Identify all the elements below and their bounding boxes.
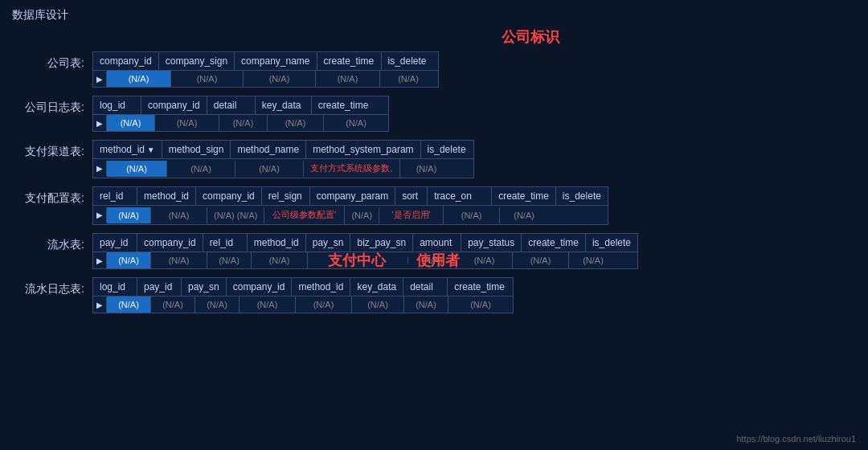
body-col-8: (N/A) (500, 207, 548, 223)
col-pay-id: pay_id (137, 278, 182, 296)
body-col-0: (N/A) (107, 71, 171, 87)
body-col-5: (N/A) (352, 297, 404, 313)
payment-config-table: rel_id method_id company_id rel_sign com… (92, 186, 608, 225)
payment-channel-label: 支付渠道表: (12, 140, 92, 159)
body-col-3: (N/A) (316, 71, 380, 87)
flow-log-table: log_id pay_id pay_sn company_id method_i… (92, 277, 514, 313)
col-company-id: company_id (93, 52, 159, 70)
col-create-time: create_time (492, 187, 556, 205)
row-arrow: ▶ (93, 72, 107, 87)
col-pay-sn: pay_sn (182, 278, 227, 296)
col-key-data: key_data (350, 278, 403, 296)
col-method-id: method_id (93, 141, 162, 158)
payment-config-label: 支付配置表: (12, 186, 92, 206)
col-is-delete: is_delete (421, 141, 473, 158)
col-is-delete: is_delete (586, 234, 637, 252)
company-label: 公司标识 (193, 27, 868, 47)
body-col-0: (N/A) (107, 115, 155, 131)
row-arrow: ▶ (93, 116, 107, 131)
col-create-time: create_time (448, 278, 512, 296)
body-col-4: (N/A) (296, 297, 352, 313)
body-col-0: (N/A) (107, 252, 151, 268)
col-method-system-param: method_system_param (306, 141, 420, 158)
body-col-9: (N/A) (569, 252, 617, 268)
body-col-2: (N/A) (195, 297, 240, 313)
body-col-7: (N/A) (457, 252, 513, 268)
body-col-6: (N/A) (404, 297, 448, 313)
body-col-4: (N/A) (324, 115, 388, 131)
company-table-body: ▶ (N/A) (N/A) (N/A) (N/A) (N/A) (93, 71, 438, 87)
col-rel-sign: rel_sign (262, 187, 310, 205)
col-rel-id: rel_id (203, 234, 248, 252)
col-amount: amount (413, 234, 461, 252)
col-company-id: company_id (137, 234, 203, 252)
flow-log-body: ▶ (N/A) (N/A) (N/A) (N/A) (N/A) (N/A) (N… (93, 297, 513, 313)
body-col-3: 支付方式系统级参数, (304, 159, 400, 178)
body-col-1: (N/A) (155, 115, 219, 131)
body-col-1: (N/A) (171, 71, 244, 87)
flow-log-label: 流水日志表: (12, 277, 92, 297)
col-company-id: company_id (196, 187, 262, 205)
row-arrow: ▶ (93, 253, 107, 268)
company-table-header: company_id company_sign company_name cre… (93, 52, 438, 71)
content-area: 公司表: company_id company_sign company_nam… (0, 51, 868, 313)
body-col-2: (N/A) (207, 252, 252, 268)
body-col-2: (N/A) (N/A) (207, 207, 264, 223)
body-col-4: (N/A) (380, 71, 436, 87)
body-col-6: '是否启用' (379, 206, 444, 224)
pay-center-overlay: 支付中心 (328, 251, 386, 270)
body-col-7: (N/A) (448, 297, 513, 313)
company-table-label: 公司表: (12, 51, 92, 71)
body-col-1: (N/A) (151, 252, 207, 268)
body-col-8: (N/A) (513, 252, 569, 268)
col-is-delete: is_delete (556, 187, 608, 205)
body-col-0: (N/A) (107, 207, 151, 223)
col-company-id: company_id (141, 96, 207, 114)
row-arrow: ▶ (93, 297, 107, 313)
flow-table-label: 流水表: (12, 233, 92, 252)
body-col-2: (N/A) (235, 161, 304, 177)
payment-channel-table: method_id method_sign method_name method… (92, 140, 474, 178)
col-pay-status: pay_status (461, 234, 522, 252)
col-company-sign: company_sign (159, 52, 235, 70)
payment-channel-header: method_id method_sign method_name method… (93, 141, 473, 159)
col-is-delete: is_delete (382, 52, 438, 70)
col-company-id: company_id (227, 278, 293, 296)
col-method-sign: method_sign (162, 141, 231, 158)
body-col-1: (N/A) (167, 161, 235, 177)
flow-table-row: 流水表: pay_id company_id rel_id method_id … (12, 233, 856, 269)
body-col-2: (N/A) (219, 115, 268, 131)
col-key-data: key_data (256, 96, 312, 114)
body-col-1: (N/A) (151, 207, 207, 223)
payment-channel-body: ▶ (N/A) (N/A) (N/A) 支付方式系统级参数, (N/A) (93, 159, 473, 178)
col-sort: sort (395, 187, 428, 205)
col-method-id: method_id (137, 187, 196, 205)
flow-log-table-row: 流水日志表: log_id pay_id pay_sn company_id m… (12, 277, 856, 313)
col-detail: detail (207, 96, 256, 114)
col-pay-sn: pay_sn (306, 234, 351, 252)
footer-link: https://blog.csdn.net/liuzhirou1 (736, 434, 856, 444)
col-method-name: method_name (231, 141, 306, 158)
body-col-4: (N/A) (400, 161, 452, 177)
page-title: 数据库设计 (0, 0, 868, 27)
col-create-time: create_time (317, 52, 382, 70)
body-col-1: (N/A) (151, 297, 195, 313)
user-overlay: 使用者 (416, 251, 460, 270)
col-log-id: log_id (93, 96, 141, 114)
payment-config-table-row: 支付配置表: rel_id method_id company_id rel_s… (12, 186, 856, 225)
body-col-7: (N/A) (444, 207, 500, 223)
payment-channel-table-row: 支付渠道表: method_id method_sign method_name… (12, 140, 856, 178)
body-col-3: (N/A) (240, 297, 296, 313)
flow-table-header: pay_id company_id rel_id method_id pay_s… (93, 234, 637, 252)
body-col-2: (N/A) (244, 71, 316, 87)
col-biz-pay-sn: biz_pay_sn (350, 234, 413, 252)
flow-log-header: log_id pay_id pay_sn company_id method_i… (93, 278, 513, 297)
col-trace-on: trace_on (428, 187, 492, 205)
col-method-id: method_id (292, 278, 350, 296)
company-log-table-row: 公司日志表: log_id company_id detail key_data… (12, 96, 856, 132)
col-pay-id: pay_id (93, 234, 137, 252)
row-arrow: ▶ (93, 207, 107, 223)
col-rel-id: rel_id (93, 187, 137, 205)
col-create-time: create_time (522, 234, 586, 252)
payment-config-body: ▶ (N/A) (N/A) (N/A) (N/A) 公司级参数配置' (N/A)… (93, 206, 608, 224)
